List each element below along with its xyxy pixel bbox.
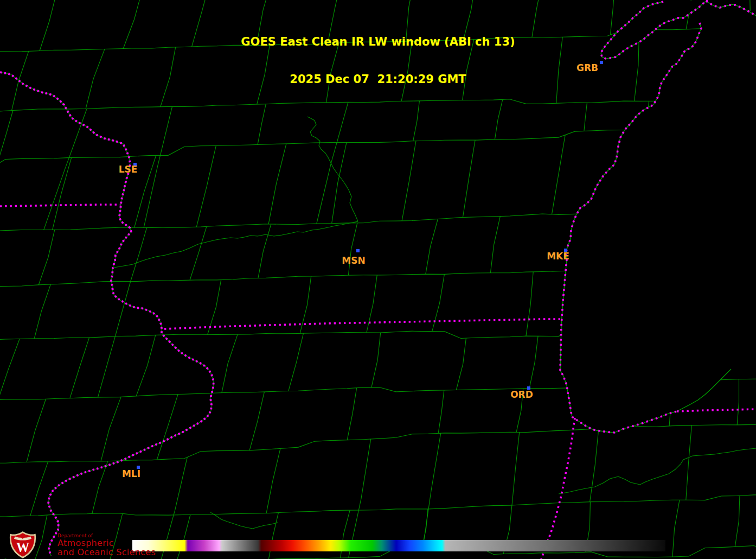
county-line — [0, 339, 20, 399]
county-line — [402, 141, 416, 221]
county-line — [686, 425, 692, 500]
satellite-image-viewport: GRBLSEMSNMKEORDMLI GOES East Clean IR LW… — [0, 0, 756, 559]
county-line — [222, 334, 238, 393]
county-line — [438, 390, 444, 434]
mississippi-valley-green — [0, 72, 214, 556]
county-line — [136, 335, 156, 396]
county-line — [735, 496, 740, 547]
county-line — [552, 135, 566, 214]
county-line — [44, 109, 87, 230]
county-line — [176, 515, 190, 559]
illinois-river — [210, 512, 278, 529]
county-line — [529, 336, 538, 389]
county-line — [268, 513, 278, 559]
county-line — [347, 388, 357, 440]
county-line — [432, 274, 445, 331]
county-line — [92, 461, 108, 514]
county-line — [196, 146, 216, 227]
county-line — [258, 224, 271, 278]
county-line — [426, 219, 438, 275]
mississippi-river-border — [0, 72, 214, 556]
image-title: GOES East Clean IR LW window (ABI ch 13)… — [0, 11, 756, 111]
uw-crest-logo: W — [3, 531, 42, 559]
upper-wisconsin-river — [307, 117, 358, 221]
county-line — [0, 111, 13, 164]
county-line — [39, 230, 55, 285]
image-title-line1: GOES East Clean IR LW window (ABI ch 13) — [0, 36, 756, 48]
county-line — [490, 217, 500, 273]
county-line — [27, 399, 46, 462]
county-line — [30, 462, 48, 516]
indiana-michigan-border — [677, 409, 756, 411]
station-label-ORD: ORD — [510, 389, 533, 400]
county-line — [526, 272, 533, 336]
county-line — [190, 226, 207, 280]
uw-aos-logo-text: Department of Atmospheric and Oceanic Sc… — [57, 533, 156, 557]
county-line — [101, 397, 121, 461]
county-line — [371, 333, 381, 388]
county-line — [367, 275, 377, 333]
county-line — [268, 144, 286, 224]
station-markers: GRBLSEMSNMKEORDMLI — [119, 61, 603, 479]
county-line — [134, 155, 156, 227]
logo-institute-line1: Atmospheric — [57, 538, 156, 548]
county-line — [463, 140, 475, 217]
county-line — [70, 338, 89, 398]
crest-monogram: W — [16, 540, 29, 555]
station-label-MLI: MLI — [122, 468, 140, 479]
county-line — [98, 282, 130, 398]
county-line — [456, 338, 466, 390]
county-line — [590, 429, 599, 502]
station-label-MKE: MKE — [547, 251, 569, 262]
logo-institute-line2: and Oceanic Sciences — [57, 548, 156, 557]
station-label-MSN: MSN — [342, 255, 365, 266]
temperature-colorbar — [132, 540, 665, 551]
county-line — [131, 227, 147, 281]
kankakee-river — [559, 448, 756, 494]
county-line — [266, 448, 280, 513]
county-line — [0, 495, 756, 517]
county-line — [672, 500, 680, 557]
image-title-line2: 2025 Dec 07 21:20:29 GMT — [0, 73, 756, 86]
wisconsin-river — [114, 221, 358, 268]
county-line — [737, 379, 739, 425]
county-line — [53, 157, 72, 230]
county-line — [34, 284, 50, 339]
station-label-LSE: LSE — [119, 164, 138, 175]
wisconsin-illinois-border — [164, 319, 561, 329]
minnesota-iowa-border — [0, 205, 120, 206]
county-line — [289, 333, 304, 391]
county-line — [144, 106, 172, 227]
illinois-indiana-border — [541, 418, 575, 559]
county-line — [512, 433, 520, 505]
county-line — [317, 102, 348, 224]
county-line — [157, 394, 178, 460]
county-line — [348, 223, 357, 276]
county-line — [0, 424, 756, 463]
county-line — [249, 392, 264, 450]
station-dot-MSN — [356, 249, 360, 252]
